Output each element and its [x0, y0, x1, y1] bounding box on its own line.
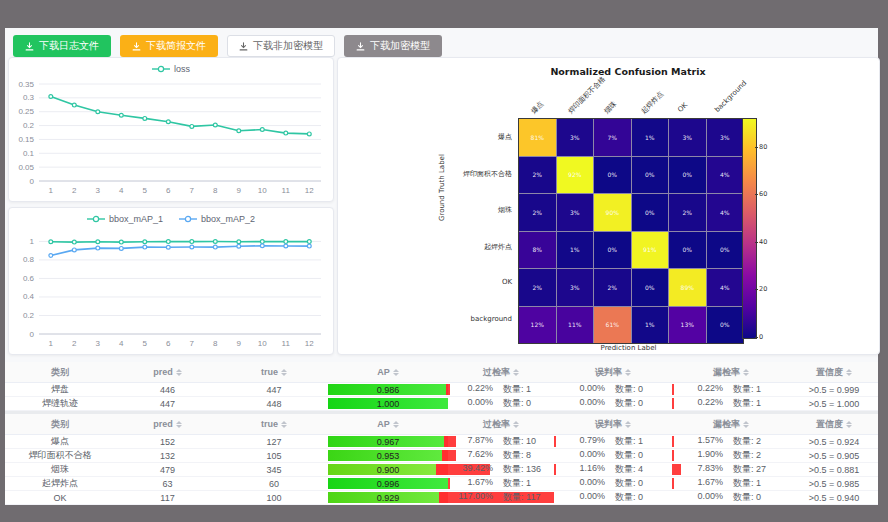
cm-cell-3-5: 0%	[707, 232, 744, 269]
series-marker-icon	[87, 215, 105, 223]
cm-cell-5-1: 11%	[557, 307, 594, 344]
rate-percent: 0.00%	[559, 449, 605, 462]
column-header-AP[interactable]: AP	[328, 414, 448, 435]
cm-cell-3-4: 0%	[669, 232, 706, 269]
sort-caret-icon[interactable]	[281, 421, 287, 428]
svg-text:0.2: 0.2	[23, 311, 35, 320]
svg-text:0: 0	[30, 177, 35, 186]
sort-caret-icon[interactable]	[513, 421, 519, 428]
svg-text:7: 7	[190, 186, 195, 195]
sort-caret-icon[interactable]	[743, 369, 749, 376]
column-header-label: pred	[153, 419, 173, 429]
legend-item-loss[interactable]: loss	[152, 64, 190, 74]
column-header-true[interactable]: true	[220, 362, 328, 383]
svg-text:11: 11	[282, 339, 291, 348]
rate-percent: 0.22%	[677, 383, 723, 396]
download-report-button[interactable]: 下载简报文件	[120, 35, 218, 57]
column-header-AP[interactable]: AP	[328, 362, 448, 383]
rate-count: 数量: 0	[733, 491, 785, 504]
column-header-置信度[interactable]: 置信度	[790, 362, 878, 383]
column-header-label: 类别	[51, 418, 69, 431]
button-label: 下载日志文件	[39, 41, 99, 51]
rate-percent: 1.90%	[677, 449, 723, 462]
sort-caret-icon[interactable]	[176, 369, 182, 376]
column-header-label: 类别	[51, 366, 69, 379]
sort-caret-icon[interactable]	[393, 369, 399, 376]
download-plain-model-button[interactable]: 下载非加密模型	[227, 35, 335, 57]
cm-cell-2-0: 2%	[519, 194, 556, 231]
column-header-误判率[interactable]: 误判率	[554, 414, 672, 435]
column-header-true[interactable]: true	[220, 414, 328, 435]
miss-rate-cell: 1.67%数量: 1	[672, 477, 790, 491]
column-header-过检率[interactable]: 过检率	[448, 362, 554, 383]
ap-value: 0.986	[377, 385, 400, 395]
column-header-漏检率[interactable]: 漏检率	[672, 414, 790, 435]
column-header-label: 置信度	[816, 418, 843, 431]
ap-cell: 0.929	[328, 491, 448, 505]
column-header-label: 过检率	[483, 418, 510, 431]
confidence-cell: >0.5 = 0.924	[790, 435, 878, 449]
sort-caret-icon[interactable]	[846, 369, 852, 376]
confidence-cell: >0.5 = 0.999	[790, 383, 878, 397]
sort-caret-icon[interactable]	[176, 421, 182, 428]
metrics-table-1: 类别predtrueAP过检率误判率漏检率置信度焊盘4464470.9860.2…	[5, 362, 878, 411]
rate-percent: 7.87%	[448, 435, 493, 448]
confusion-matrix-card: Normalized Confusion Matrix 81%3%7%1%3%3…	[337, 57, 880, 355]
cm-cell-4-2: 2%	[594, 269, 631, 306]
over-rate-cell: 117.00%数量: 117	[448, 491, 554, 505]
series-marker-icon	[179, 215, 197, 223]
svg-text:2: 2	[72, 186, 77, 195]
series-marker-icon	[152, 65, 170, 73]
pred-cell: 117	[115, 491, 220, 505]
cm-cell-4-3: 0%	[632, 269, 669, 306]
category-cell: 烟珠	[5, 463, 115, 477]
column-header-置信度[interactable]: 置信度	[790, 414, 878, 435]
rate-count: 数量: 0	[615, 491, 667, 504]
legend-item-bbox_mAP_2[interactable]: bbox_mAP_2	[179, 214, 255, 224]
cm-col-label: 烟珠	[602, 99, 619, 116]
column-header-误判率[interactable]: 误判率	[554, 362, 672, 383]
svg-text:0: 0	[30, 330, 35, 339]
over-rate-cell: 0.22%数量: 1	[448, 383, 554, 397]
sort-caret-icon[interactable]	[625, 369, 631, 376]
download-log-button[interactable]: 下载日志文件	[13, 35, 111, 57]
rate-count: 数量: 27	[733, 463, 785, 476]
cm-col-label: OK	[677, 101, 690, 114]
legend-item-bbox_mAP_1[interactable]: bbox_mAP_1	[87, 214, 163, 224]
rate-percent: 0.79%	[559, 435, 605, 448]
category-cell: 焊盘	[5, 383, 115, 397]
confusion-matrix-grid: 81%3%7%1%3%3%2%92%0%0%0%4%2%3%90%0%2%4%8…	[518, 118, 744, 344]
rate-count: 数量: 1	[503, 383, 554, 396]
over-rate-cell: 1.67%数量: 1	[448, 477, 554, 491]
cm-cell-0-3: 1%	[632, 119, 669, 156]
miss-rate-cell: 1.90%数量: 2	[672, 449, 790, 463]
column-header-漏检率[interactable]: 漏检率	[672, 362, 790, 383]
colorbar-tick-label: 80	[759, 144, 767, 151]
pred-cell: 132	[115, 449, 220, 463]
colorbar-tick	[755, 147, 758, 148]
cm-col-label: 焊印面积不合格	[566, 74, 608, 116]
cm-cell-3-1: 1%	[557, 232, 594, 269]
map-chart-legend: bbox_mAP_1bbox_mAP_2	[9, 214, 333, 224]
column-header-过检率[interactable]: 过检率	[448, 414, 554, 435]
colorbar-tick-label: 20	[759, 286, 767, 293]
column-header-pred[interactable]: pred	[115, 362, 220, 383]
table-row: 焊缝轨迹4474481.0000.00%数量: 00.00%数量: 00.22%…	[5, 397, 878, 411]
sort-caret-icon[interactable]	[625, 421, 631, 428]
colorbar	[742, 118, 757, 339]
sort-caret-icon[interactable]	[846, 421, 852, 428]
sort-caret-icon[interactable]	[281, 369, 287, 376]
sort-caret-icon[interactable]	[513, 369, 519, 376]
sort-caret-icon[interactable]	[393, 421, 399, 428]
confidence-cell: >0.5 = 0.940	[790, 491, 878, 505]
rate-percent: 0.00%	[677, 491, 723, 504]
svg-text:0.3: 0.3	[23, 93, 35, 102]
category-cell: OK	[5, 491, 115, 505]
download-icon	[356, 42, 365, 51]
over-rate-cell: 7.62%数量: 8	[448, 449, 554, 463]
download-encrypted-model-button[interactable]: 下载加密模型	[344, 35, 442, 57]
true-cell: 345	[220, 463, 328, 477]
sort-caret-icon[interactable]	[743, 421, 749, 428]
column-header-pred[interactable]: pred	[115, 414, 220, 435]
column-header-label: 漏检率	[713, 366, 740, 379]
